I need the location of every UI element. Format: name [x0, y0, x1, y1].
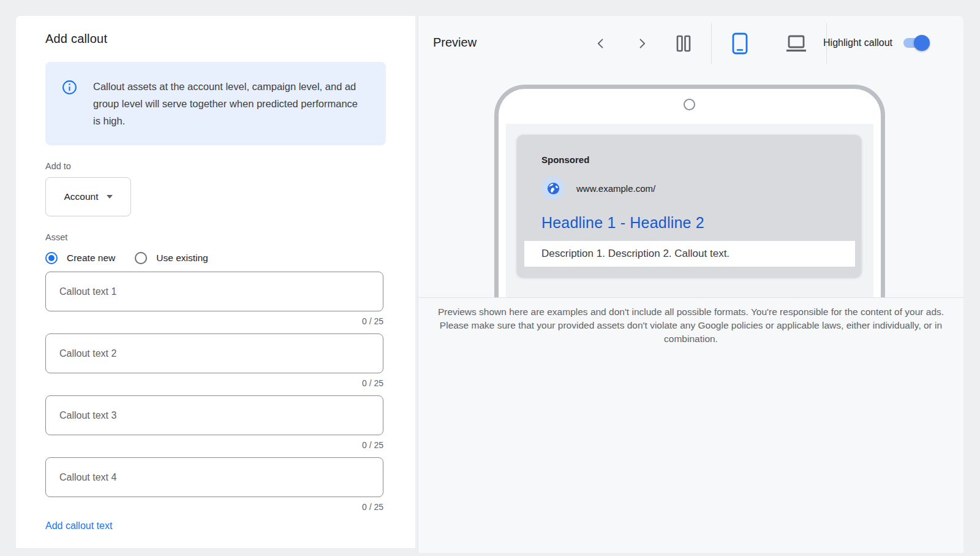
sponsored-label: Sponsored: [541, 154, 861, 165]
char-counter-2: 0 / 25: [45, 378, 383, 388]
callout-field-4: 0 / 25: [45, 457, 386, 512]
ad-description: Description 1. Description 2. Callout te…: [541, 248, 729, 259]
radio-create-new-label: Create new: [67, 253, 115, 264]
callout-field-1: 0 / 25: [45, 272, 386, 326]
char-counter-3: 0 / 25: [45, 440, 383, 450]
chevron-left-icon: [595, 37, 607, 50]
radio-use-existing[interactable]: Use existing: [135, 252, 208, 264]
radio-use-existing-label: Use existing: [156, 253, 208, 264]
callout-field-2: 0 / 25: [45, 333, 386, 388]
callout-text-input-1[interactable]: [45, 272, 383, 311]
highlight-callout-toggle-group: Highlight callout: [823, 16, 928, 70]
add-callout-panel: Add callout Callout assets at the accoun…: [16, 16, 415, 548]
chevron-down-icon: [107, 195, 113, 199]
next-preview-button[interactable]: [631, 33, 652, 54]
radio-create-new[interactable]: Create new: [45, 252, 115, 264]
callout-text-input-4[interactable]: [45, 457, 383, 497]
highlight-callout-toggle[interactable]: [903, 38, 928, 48]
url-row: www.example.com/: [541, 177, 861, 200]
add-to-dropdown[interactable]: Account: [45, 177, 131, 216]
page-title: Add callout: [45, 32, 386, 46]
phone-preview-area: Sponsored www.example.com/ Headl: [494, 85, 885, 297]
pause-icon: [676, 35, 692, 52]
toolbar-divider-1: [711, 23, 712, 64]
display-url: www.example.com/: [576, 183, 655, 194]
info-banner-text: Callout assets at the account level, cam…: [93, 78, 363, 129]
radio-unselected-icon[interactable]: [135, 252, 147, 264]
prev-preview-button[interactable]: [590, 33, 611, 54]
preview-panel: Preview: [418, 16, 963, 553]
mobile-preview-button[interactable]: [729, 33, 750, 54]
ad-preview-card: Sponsored www.example.com/ Headl: [517, 135, 861, 277]
phone-screen: Sponsored www.example.com/ Headl: [506, 124, 873, 297]
info-banner: Callout assets at the account level, cam…: [45, 62, 386, 145]
ad-headline[interactable]: Headline 1 - Headline 2: [541, 214, 861, 232]
highlight-callout-label: Highlight callout: [823, 37, 892, 48]
desktop-preview-button[interactable]: [786, 33, 807, 54]
callout-field-3: 0 / 25: [45, 395, 386, 450]
callout-text-input-2[interactable]: [45, 333, 383, 373]
pause-preview-button[interactable]: [673, 33, 694, 54]
callout-highlight-strip: Description 1. Description 2. Callout te…: [524, 241, 855, 267]
add-to-label: Add to: [45, 161, 386, 171]
globe-icon: [541, 177, 565, 200]
phone-camera-icon: [684, 99, 695, 110]
char-counter-4: 0 / 25: [45, 502, 383, 512]
preview-divider: [418, 297, 963, 298]
chevron-right-icon: [636, 37, 648, 50]
mobile-icon: [732, 32, 748, 55]
callout-text-input-3[interactable]: [45, 395, 383, 435]
preview-toolbar: Preview: [418, 16, 963, 70]
info-icon: [45, 78, 93, 129]
radio-selected-icon[interactable]: [45, 252, 58, 264]
asset-label: Asset: [45, 232, 386, 242]
preview-title: Preview: [433, 36, 477, 50]
add-to-selected-value: Account: [64, 191, 98, 202]
toggle-knob: [914, 35, 930, 51]
preview-disclaimer: Previews shown here are examples and don…: [433, 305, 949, 346]
char-counter-1: 0 / 25: [45, 316, 383, 326]
add-callout-dialog: { "left_panel": { "title": "Add callout"…: [0, 0, 980, 556]
desktop-icon: [785, 34, 807, 53]
disclaimer-wrap: Previews shown here are examples and don…: [418, 305, 963, 346]
add-callout-text-link[interactable]: Add callout text: [45, 520, 112, 531]
asset-radio-group: Create new Use existing: [45, 252, 386, 264]
phone-mockup: Sponsored www.example.com/ Headl: [494, 85, 885, 297]
